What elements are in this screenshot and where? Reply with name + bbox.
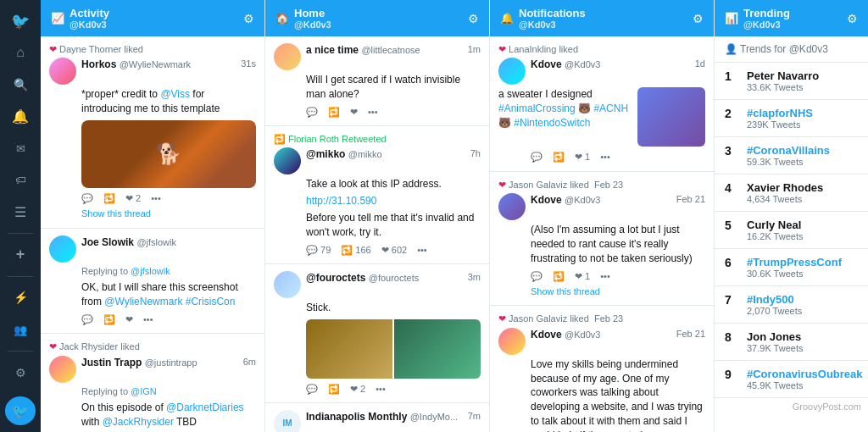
tweet-image: 🐕: [81, 120, 256, 188]
show-thread[interactable]: Show this thread: [531, 285, 705, 298]
activity-column: 📈 Activity @Kd0v3 ⚙ ❤ Dayne Thorner like…: [41, 0, 265, 432]
trending-name[interactable]: Jon Jones: [747, 330, 858, 343]
like-action[interactable]: ❤ 1: [575, 270, 590, 283]
mention-link[interactable]: @JackRhysider: [103, 416, 174, 428]
trending-name[interactable]: Xavier Rhodes: [747, 181, 858, 194]
notifications-icon[interactable]: 🔔: [5, 102, 36, 131]
activity-title: Activity: [70, 7, 109, 19]
tweet-actions: 💬 🔁 ❤ •••: [306, 106, 481, 119]
trending-name[interactable]: #Indy500: [747, 293, 858, 306]
reply-action[interactable]: 💬: [531, 270, 542, 283]
hashtag-link[interactable]: #NintendoSwitch: [514, 117, 590, 129]
retweet-action[interactable]: 🔁: [328, 106, 340, 119]
more-action[interactable]: •••: [151, 192, 161, 205]
reply-action[interactable]: 💬: [81, 313, 93, 326]
trending-name[interactable]: Curly Neal: [747, 219, 858, 231]
hashtag-link[interactable]: #AnimalCrossing: [498, 102, 576, 114]
lists-icon[interactable]: ☰: [5, 198, 36, 227]
watermark: GroovyPost.com: [715, 398, 868, 415]
like-action[interactable]: ❤: [350, 106, 358, 119]
trending-item[interactable]: 4 Xavier Rhodes 4,634 Tweets: [715, 174, 868, 212]
trending-item[interactable]: 5 Curly Neal 16.2K Tweets: [715, 212, 868, 249]
tweet-user-info: Justin Trapp @justintrapp: [81, 356, 238, 370]
tweet-row: ❤ LanaInkling liked Kdove @Kd0v3 1d a sw…: [490, 36, 714, 172]
trending-item[interactable]: 7 #Indy500 2,070 Tweets: [715, 286, 868, 324]
tweet-name: @fouroctets: [306, 272, 365, 284]
reply-action[interactable]: 💬 79: [306, 244, 331, 257]
tweet-handle: @mikko: [348, 149, 382, 159]
like-action[interactable]: ❤ 1: [575, 151, 590, 163]
trending-rank: 4: [725, 181, 738, 195]
trending-name[interactable]: #clapforNHS: [747, 107, 858, 119]
like-action[interactable]: ❤: [125, 313, 133, 326]
search-icon[interactable]: 🔍: [5, 70, 36, 99]
reply-action[interactable]: 💬: [306, 106, 318, 119]
tweet-handle: @Kd0v3: [565, 330, 600, 340]
more-action[interactable]: •••: [368, 106, 378, 119]
trending-item[interactable]: 2 #clapforNHS 239K Tweets: [715, 100, 868, 137]
trending-name[interactable]: #CoronaVillains: [747, 144, 858, 157]
trending-settings-icon[interactable]: ⚙: [847, 12, 858, 25]
avatar: [274, 43, 301, 70]
retweet-action[interactable]: 🔁: [103, 192, 115, 205]
tweet-ip: http://31.10.590: [306, 194, 481, 208]
mention-link[interactable]: @WylieNewmark: [104, 296, 182, 307]
twitter-bottom-icon[interactable]: 🐦: [5, 396, 36, 425]
like-action[interactable]: ❤ 2: [125, 192, 141, 205]
trending-item[interactable]: 6 #TrumpPressConf 30.6K Tweets: [715, 249, 868, 286]
twitter-icon[interactable]: 🐦: [5, 7, 36, 36]
more-action[interactable]: •••: [376, 383, 386, 396]
ip-link[interactable]: http://31.10.590: [306, 195, 376, 207]
hashtag-link[interactable]: #ACNH: [593, 102, 628, 114]
reply-action[interactable]: 💬: [531, 151, 542, 163]
like-action[interactable]: ❤ 2: [350, 383, 365, 396]
activity-icon[interactable]: ⚡: [5, 284, 36, 313]
more-action[interactable]: •••: [600, 270, 610, 283]
show-thread[interactable]: Show this thread: [81, 208, 256, 220]
more-action[interactable]: •••: [600, 151, 610, 163]
trending-item[interactable]: 3 #CoronaVillains 59.3K Tweets: [715, 137, 868, 174]
settings-icon[interactable]: ⚙: [5, 358, 36, 387]
notifications-settings-icon[interactable]: ⚙: [693, 12, 704, 25]
home-icon[interactable]: ⌂: [5, 39, 36, 68]
tweet-user-info: Kdove @Kd0v3: [531, 58, 690, 72]
trending-name[interactable]: Peter Navarro: [747, 69, 858, 82]
retweet-action[interactable]: 🔁: [553, 151, 565, 163]
avatar: [498, 193, 526, 220]
people-icon[interactable]: 👥: [5, 315, 36, 344]
home-header: 🏠 Home @Kd0v3 ⚙: [265, 0, 489, 36]
hashtag-link[interactable]: #CrisisCon: [186, 296, 236, 307]
trending-name[interactable]: #CoronavirusOubreak: [747, 368, 863, 380]
tweet-image-right: [394, 319, 481, 379]
mention-link[interactable]: @IGN: [131, 386, 157, 396]
tweet-time: 7h: [470, 147, 481, 160]
bookmarks-icon[interactable]: 🏷: [5, 166, 36, 195]
more-action[interactable]: •••: [417, 244, 427, 257]
notifications-header-icon: 🔔: [500, 12, 514, 25]
mention-link[interactable]: @jfslowik: [131, 266, 170, 276]
retweet-action[interactable]: 🔁: [553, 270, 565, 283]
mention-link[interactable]: @Viss: [160, 88, 190, 100]
avatar: [498, 328, 526, 355]
tweet-handle: @Kd0v3: [565, 195, 600, 205]
trending-item[interactable]: 9 #CoronavirusOubreak 45.9K Tweets: [715, 361, 868, 398]
tweet-actions: 💬 🔁 ❤ 2 •••: [81, 192, 256, 205]
reply-action[interactable]: 💬: [306, 383, 318, 396]
messages-icon[interactable]: ✉: [5, 134, 36, 163]
like-action[interactable]: ❤ 602: [381, 244, 407, 257]
more-action[interactable]: •••: [143, 313, 153, 326]
trending-item[interactable]: 1 Peter Navarro 33.6K Tweets: [715, 63, 868, 100]
activity-settings-icon[interactable]: ⚙: [243, 12, 254, 25]
trending-name[interactable]: #TrumpPressConf: [747, 256, 858, 269]
trending-rank: 5: [725, 219, 738, 232]
trending-item[interactable]: 8 Jon Jones 37.9K Tweets: [715, 324, 868, 361]
tweet-user: @fouroctets @fouroctets 3m: [274, 271, 481, 298]
retweet-action[interactable]: 🔁: [328, 383, 340, 396]
retweet-action[interactable]: 🔁: [103, 313, 115, 326]
reply-action[interactable]: 💬: [81, 192, 93, 205]
tweet-time: 1m: [468, 43, 481, 56]
add-column-icon[interactable]: +: [5, 241, 36, 269]
home-settings-icon[interactable]: ⚙: [468, 12, 479, 25]
mention-link[interactable]: @DarknetDiaries: [166, 402, 244, 413]
retweet-action[interactable]: 🔁 166: [341, 244, 370, 257]
